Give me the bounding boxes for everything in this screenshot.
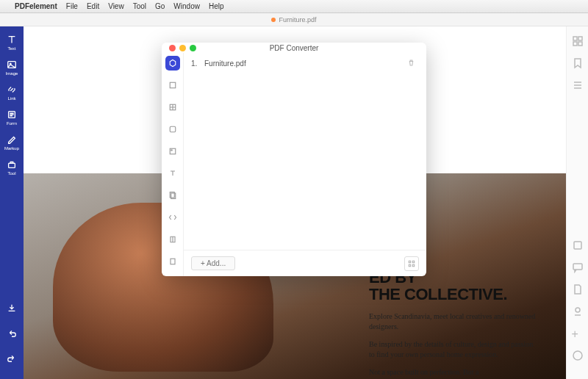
file-row[interactable]: 1. Furniture.pdf xyxy=(191,57,419,70)
document-title: Furniture.pdf xyxy=(279,16,316,24)
svg-rect-23 xyxy=(412,264,415,267)
format-epub-icon[interactable] xyxy=(165,232,180,247)
svg-rect-22 xyxy=(409,264,411,267)
doc-paragraph-2: Be inspired by the details of culture, d… xyxy=(369,339,538,360)
form-tool[interactable]: Form xyxy=(3,107,21,128)
svg-rect-15 xyxy=(170,148,176,154)
menu-edit[interactable]: Edit xyxy=(87,2,99,10)
svg-point-10 xyxy=(576,308,580,312)
form-icon xyxy=(7,109,17,120)
menu-view[interactable]: View xyxy=(108,2,124,10)
dialog-format-rail xyxy=(162,53,184,276)
text-tool[interactable]: Text xyxy=(3,32,21,53)
maximize-window-icon[interactable] xyxy=(190,45,196,51)
dialog-header: PDF Converter xyxy=(162,43,426,53)
dialog-title: PDF Converter xyxy=(162,44,426,52)
traffic-lights xyxy=(169,45,196,51)
help-icon[interactable] xyxy=(572,350,584,361)
svg-point-16 xyxy=(171,150,172,151)
format-rtf-icon[interactable] xyxy=(165,254,180,269)
dialog-footer: + Add... xyxy=(184,250,426,276)
file-name: Furniture.pdf xyxy=(204,59,407,68)
window-titlebar: Furniture.pdf xyxy=(0,13,588,26)
text-icon xyxy=(7,35,17,45)
trash-icon xyxy=(407,59,415,67)
macos-menubar: PDFelement File Edit View Tool Go Window… xyxy=(0,0,588,13)
image-icon xyxy=(7,59,17,70)
stamp-icon[interactable] xyxy=(572,306,584,317)
right-side-rail: + xyxy=(566,26,588,379)
redo-icon xyxy=(7,353,17,363)
format-html-icon[interactable] xyxy=(165,210,180,225)
menu-tool[interactable]: Tool xyxy=(133,2,146,10)
menu-window[interactable]: Window xyxy=(173,2,200,10)
format-text-icon[interactable] xyxy=(165,166,180,181)
image-tool[interactable]: Image xyxy=(3,57,21,78)
add-panel-icon[interactable]: + xyxy=(572,328,584,341)
page-icon[interactable] xyxy=(572,284,584,295)
minimize-window-icon[interactable] xyxy=(179,45,186,51)
grid-icon xyxy=(408,260,415,267)
redo-tool[interactable] xyxy=(3,348,21,369)
svg-rect-7 xyxy=(578,42,582,46)
menu-go[interactable]: Go xyxy=(155,2,165,10)
svg-point-11 xyxy=(573,351,582,360)
headline-part2: THE COLLECTIVE. xyxy=(369,285,507,303)
svg-rect-8 xyxy=(574,242,581,249)
svg-rect-5 xyxy=(578,37,582,40)
svg-rect-12 xyxy=(170,82,176,88)
svg-rect-21 xyxy=(412,261,415,263)
format-hexagon-icon[interactable] xyxy=(165,56,180,71)
svg-rect-6 xyxy=(573,42,577,46)
export-tool[interactable] xyxy=(3,298,21,319)
add-file-button[interactable]: + Add... xyxy=(191,256,235,270)
pdf-converter-dialog: PDF Converter 1. Furniture.pdf xyxy=(162,43,426,276)
bookmark-icon[interactable] xyxy=(572,57,584,69)
svg-rect-9 xyxy=(573,264,582,270)
svg-rect-19 xyxy=(171,259,175,264)
list-icon[interactable] xyxy=(572,79,584,91)
menu-help[interactable]: Help xyxy=(209,2,224,10)
undo-icon xyxy=(7,328,17,338)
format-pages-icon[interactable] xyxy=(165,188,180,203)
svg-rect-4 xyxy=(573,37,577,40)
format-ppt-icon[interactable] xyxy=(165,122,180,137)
thumbnails-icon[interactable] xyxy=(572,35,584,47)
doc-paragraph-3: Not a space built on perfection. But a xyxy=(369,367,538,378)
tool-tool[interactable]: Tool xyxy=(3,157,21,178)
app-name[interactable]: PDFelement xyxy=(15,2,57,10)
toolbox-icon xyxy=(7,159,17,170)
remove-file-button[interactable] xyxy=(407,59,419,68)
grid-view-button[interactable] xyxy=(404,256,419,271)
attachment-icon[interactable] xyxy=(572,239,584,251)
menu-file[interactable]: File xyxy=(66,2,78,10)
tab-indicator-icon xyxy=(271,18,276,22)
undo-tool[interactable] xyxy=(3,323,21,344)
file-list: 1. Furniture.pdf xyxy=(184,53,426,250)
link-tool[interactable]: Link xyxy=(3,82,21,103)
left-tool-rail: Text Image Link Form Markup Tool xyxy=(0,26,24,379)
comment-icon[interactable] xyxy=(572,261,584,273)
svg-rect-20 xyxy=(409,261,411,263)
close-window-icon[interactable] xyxy=(169,45,176,51)
format-word-icon[interactable] xyxy=(165,78,180,93)
export-icon xyxy=(7,303,17,313)
svg-rect-3 xyxy=(9,163,15,167)
markup-tool[interactable]: Markup xyxy=(3,132,21,153)
doc-paragraph-1: Explore Scandinavia, meet local creative… xyxy=(369,311,538,332)
link-icon xyxy=(7,84,17,95)
document-text-block: ED BY THE COLLECTIVE. Explore Scandinavi… xyxy=(369,269,538,379)
svg-rect-14 xyxy=(170,126,176,132)
format-image-icon[interactable] xyxy=(165,144,180,159)
file-index: 1. xyxy=(191,59,204,68)
format-excel-icon[interactable] xyxy=(165,100,180,115)
markup-icon xyxy=(7,134,17,145)
